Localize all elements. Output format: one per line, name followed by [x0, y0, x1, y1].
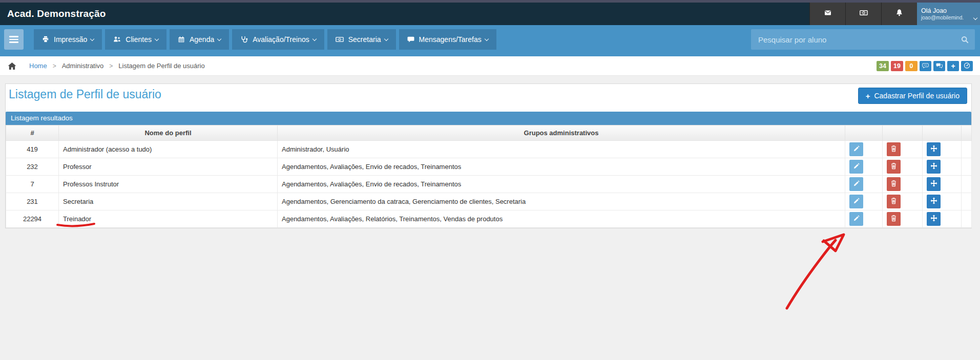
- delete-button[interactable]: [887, 212, 901, 226]
- menu-item-mensagens-tarefas[interactable]: Mensagens/Tarefas: [399, 29, 496, 50]
- spacer-cell: [962, 141, 972, 158]
- delete-button[interactable]: [887, 195, 901, 208]
- student-search: [751, 29, 975, 50]
- spacer-cell: [962, 176, 972, 193]
- table-row: 419 Administrador (acesso a tudo) Admini…: [6, 141, 972, 158]
- delete-button[interactable]: [887, 142, 901, 156]
- user-menu[interactable]: Olá Joao joao@mobilemind.: [917, 3, 980, 25]
- breadcrumb-item-current: Listagem de Perfil de usuário: [118, 62, 204, 70]
- profile-name: Treinador: [59, 210, 278, 228]
- search-icon[interactable]: [961, 36, 969, 44]
- profile-groups: Agendamentos, Avaliações, Envio de recad…: [278, 158, 845, 176]
- edit-button[interactable]: [849, 195, 863, 208]
- profile-id: 232: [6, 158, 59, 176]
- profile-id: 419: [6, 141, 59, 158]
- profiles-panel: Listagem de Perfil de usuário + Cadastra…: [5, 83, 972, 228]
- comment-dots-icon: [922, 61, 929, 71]
- column-header-actions: [923, 125, 962, 141]
- edit-button[interactable]: [849, 160, 863, 174]
- users-icon: [113, 36, 121, 43]
- breadcrumb-bar: Home > Administrativo > Listagem de Perf…: [0, 56, 980, 76]
- pencil-icon: [853, 162, 860, 171]
- bell-icon: [895, 9, 903, 19]
- quick-chat-button[interactable]: [933, 61, 945, 71]
- column-header-name: Nome do perfil: [59, 125, 278, 141]
- cash-icon: [859, 9, 869, 18]
- edit-button[interactable]: [849, 142, 863, 156]
- navbar: Acad. Demonstração Olá Joao joao@mobilem…: [0, 3, 980, 25]
- menu-item-secretaria[interactable]: Secretaria: [327, 29, 396, 50]
- pencil-icon: [853, 215, 860, 223]
- chevron-down-icon: [155, 36, 159, 40]
- chevron-down-icon: [485, 36, 489, 40]
- calendar-icon: [178, 36, 185, 43]
- page-content: Listagem de Perfil de usuário + Cadastra…: [0, 76, 980, 228]
- menu-item-label: Impressão: [54, 35, 87, 44]
- permissions-button[interactable]: [927, 177, 941, 191]
- breadcrumb-separator: >: [53, 62, 56, 70]
- breadcrumb-home-link[interactable]: Home: [29, 62, 47, 70]
- menu-item-label: Mensagens/Tarefas: [419, 35, 482, 44]
- create-profile-button[interactable]: + Cadastrar Perfil de usuário: [858, 88, 967, 104]
- column-header-id: #: [6, 125, 59, 141]
- arrows-icon: [930, 180, 937, 188]
- spacer-cell: [962, 210, 972, 228]
- app-brand: Acad. Demonstração: [0, 3, 809, 25]
- trash-icon: [890, 145, 897, 154]
- counter-badge-green[interactable]: 34: [877, 61, 889, 71]
- menu-item-clientes[interactable]: Clientes: [105, 29, 166, 50]
- trash-icon: [890, 197, 897, 206]
- menu-item-avaliacao-treinos[interactable]: Avaliação/Treinos: [232, 29, 324, 50]
- edit-button[interactable]: [849, 177, 863, 191]
- menu-item-label: Agenda: [190, 35, 214, 44]
- spacer-cell: [962, 158, 972, 176]
- quick-add-button[interactable]: +: [947, 61, 959, 71]
- envelope-icon: [823, 9, 832, 18]
- billing-button[interactable]: [845, 3, 881, 25]
- profile-name: Professos Instrutor: [59, 176, 278, 193]
- annotation-arrow-head: [823, 235, 844, 251]
- quick-dashboard-button[interactable]: [961, 61, 973, 71]
- create-profile-button-label: Cadastrar Perfil de usuário: [874, 92, 960, 100]
- permissions-button[interactable]: [927, 142, 941, 156]
- arrows-icon: [930, 215, 937, 223]
- profile-id: 7: [6, 176, 59, 193]
- breadcrumb-separator: >: [109, 62, 113, 70]
- delete-button[interactable]: [887, 177, 901, 191]
- column-header-groups: Grupos administrativos: [278, 125, 845, 141]
- counter-badge-orange[interactable]: 0: [905, 61, 918, 71]
- menu-item-label: Avaliação/Treinos: [253, 35, 309, 44]
- pencil-icon: [853, 197, 860, 206]
- stethoscope-icon: [240, 36, 248, 43]
- delete-button[interactable]: [887, 160, 901, 174]
- column-header-actions: [883, 125, 923, 141]
- messages-button[interactable]: [809, 3, 845, 25]
- table-row: 22294 Treinador Agendamentos, Avaliações…: [6, 210, 972, 228]
- table-row: 7 Professos Instrutor Agendamentos, Aval…: [6, 176, 972, 193]
- search-input[interactable]: [751, 35, 961, 44]
- table-header-row: # Nome do perfil Grupos administrativos: [6, 125, 972, 141]
- results-panel-header: Listagem resultados: [6, 112, 971, 125]
- plus-icon: +: [866, 92, 870, 100]
- permissions-button[interactable]: [927, 212, 941, 226]
- permissions-button[interactable]: [927, 160, 941, 174]
- quick-messages-button[interactable]: [920, 61, 931, 71]
- home-icon[interactable]: [7, 62, 17, 70]
- permissions-button[interactable]: [927, 195, 941, 208]
- trash-icon: [890, 180, 897, 188]
- menu-item-agenda[interactable]: Agenda: [170, 29, 229, 50]
- column-header-spacer: [962, 125, 972, 141]
- counter-badge-red[interactable]: 19: [891, 61, 903, 71]
- menu-item-impressao[interactable]: Impressão: [34, 29, 102, 50]
- dashboard-icon: [964, 61, 970, 71]
- profile-name: Professor: [59, 158, 278, 176]
- trash-icon: [890, 215, 897, 223]
- hamburger-button[interactable]: [4, 29, 24, 50]
- table-row: 231 Secretaria Agendamentos, Gerenciamen…: [6, 193, 972, 210]
- chevron-down-icon: [973, 16, 977, 20]
- user-greeting: Olá Joao: [921, 7, 972, 15]
- annotation-arrow-shaft: [787, 240, 836, 308]
- edit-button-treinador[interactable]: [849, 212, 863, 226]
- profile-groups: Administrador, Usuário: [278, 141, 845, 158]
- notifications-button[interactable]: [881, 3, 917, 25]
